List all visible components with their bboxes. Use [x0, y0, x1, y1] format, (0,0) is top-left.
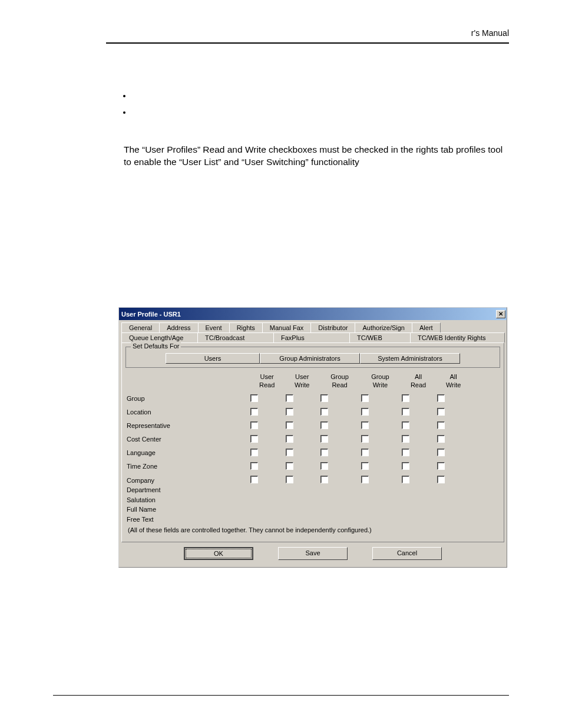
tab-tc-broadcast[interactable]: TC/Broadcast — [197, 332, 274, 342]
checkbox[interactable] — [250, 394, 258, 402]
checkbox[interactable] — [286, 462, 293, 470]
row-label: Time Zone — [125, 460, 249, 473]
ok-button[interactable]: OK — [184, 547, 253, 560]
tab-alert[interactable]: Alert — [412, 322, 441, 332]
checkbox[interactable] — [402, 449, 409, 456]
checkbox[interactable] — [437, 476, 445, 483]
table-row: Cost Center — [125, 433, 500, 446]
group-administrators-button[interactable]: Group Administrators — [260, 353, 360, 364]
checkbox[interactable] — [286, 408, 293, 416]
checkbox[interactable] — [361, 462, 369, 470]
tab-rights[interactable]: Rights — [229, 322, 263, 332]
row-label: Location — [125, 406, 249, 419]
bullet-item — [132, 107, 509, 124]
checkbox[interactable] — [286, 435, 293, 443]
rights-grid: UserRead UserWrite GroupRead GroupWrite … — [125, 370, 500, 526]
tabs-row-1: General Address Event Rights Manual Fax … — [121, 322, 504, 332]
checkbox[interactable] — [320, 394, 328, 402]
tab-authorize-sign[interactable]: Authorize/Sign — [355, 322, 412, 332]
checkbox[interactable] — [286, 476, 293, 483]
checkbox[interactable] — [437, 435, 445, 443]
bullet-item — [132, 91, 509, 107]
checkbox[interactable] — [250, 435, 258, 443]
table-row: Time Zone — [125, 460, 500, 473]
checkbox[interactable] — [402, 462, 409, 470]
table-row: Company Department Salutation Full Name … — [125, 473, 500, 527]
close-icon[interactable]: ✕ — [496, 310, 505, 318]
tab-faxplus[interactable]: FaxPlus — [273, 332, 350, 342]
checkbox[interactable] — [320, 462, 328, 470]
checkbox[interactable] — [402, 408, 409, 416]
checkbox[interactable] — [320, 421, 328, 429]
checkbox[interactable] — [250, 476, 258, 483]
checkbox[interactable] — [437, 449, 445, 456]
col-all-read: AllRead — [401, 370, 436, 392]
col-group-write: GroupWrite — [360, 370, 401, 392]
checkbox[interactable] — [437, 394, 445, 402]
tab-manual-fax[interactable]: Manual Fax — [262, 322, 311, 332]
col-user-read: UserRead — [249, 370, 285, 392]
config-note: (All of these fields are controlled toge… — [125, 526, 500, 536]
checkbox[interactable] — [320, 408, 328, 416]
checkbox[interactable] — [250, 449, 258, 456]
tab-queue-length-age[interactable]: Queue Length/Age — [121, 332, 198, 342]
col-all-write: AllWrite — [436, 370, 471, 392]
tab-panel: Set Defaults For Users Group Administrat… — [121, 342, 504, 542]
table-row: Group — [125, 392, 500, 406]
checkbox[interactable] — [320, 435, 328, 443]
row-label: Group — [125, 392, 249, 406]
header-text: r's Manual — [106, 28, 509, 38]
header-rule — [106, 42, 509, 44]
checkbox[interactable] — [402, 476, 409, 483]
save-button[interactable]: Save — [278, 547, 348, 560]
row-label: Cost Center — [125, 433, 249, 446]
set-defaults-groupbox: Set Defaults For Users Group Administrat… — [125, 347, 500, 368]
tab-event[interactable]: Event — [198, 322, 230, 332]
titlebar: User Profile - USR1 ✕ — [119, 308, 507, 320]
table-row: Location — [125, 406, 500, 419]
cancel-button[interactable]: Cancel — [372, 547, 442, 560]
dialog-title: User Profile - USR1 — [121, 311, 496, 318]
checkbox[interactable] — [286, 394, 293, 402]
note-text: The “User Profiles” Read and Write check… — [124, 144, 509, 169]
tab-distributor[interactable]: Distributor — [310, 322, 355, 332]
checkbox[interactable] — [250, 408, 258, 416]
system-administrators-button[interactable]: System Administrators — [360, 353, 460, 364]
users-button[interactable]: Users — [166, 353, 260, 364]
row-label: Representative — [125, 419, 249, 433]
col-group-read: GroupRead — [319, 370, 360, 392]
multi-row-labels: Company Department Salutation Full Name … — [125, 473, 249, 527]
checkbox[interactable] — [361, 435, 369, 443]
tab-general[interactable]: General — [121, 322, 160, 332]
tab-tcweb[interactable]: TC/WEB — [349, 332, 411, 342]
table-row: Representative — [125, 419, 500, 433]
table-row: Language — [125, 446, 500, 460]
tabs-row-2: Queue Length/Age TC/Broadcast FaxPlus TC… — [121, 332, 504, 342]
user-profile-dialog: User Profile - USR1 ✕ General Address Ev… — [118, 307, 507, 568]
checkbox[interactable] — [320, 449, 328, 456]
checkbox[interactable] — [402, 421, 409, 429]
row-label: Language — [125, 446, 249, 460]
checkbox[interactable] — [437, 408, 445, 416]
checkbox[interactable] — [286, 421, 293, 429]
checkbox[interactable] — [361, 421, 369, 429]
checkbox[interactable] — [361, 394, 369, 402]
checkbox[interactable] — [437, 421, 445, 429]
checkbox[interactable] — [361, 449, 369, 456]
footer-rule — [53, 695, 509, 696]
checkbox[interactable] — [361, 476, 369, 483]
checkbox[interactable] — [402, 435, 409, 443]
checkbox[interactable] — [250, 462, 258, 470]
checkbox[interactable] — [286, 449, 293, 456]
checkbox[interactable] — [320, 476, 328, 483]
tab-address[interactable]: Address — [159, 322, 198, 332]
checkbox[interactable] — [402, 394, 409, 402]
checkbox[interactable] — [250, 421, 258, 429]
groupbox-label: Set Defaults For — [131, 342, 181, 350]
checkbox[interactable] — [361, 408, 369, 416]
tab-tcweb-identity-rights[interactable]: TC/WEB Identity Rights — [410, 332, 505, 342]
col-user-write: UserWrite — [285, 370, 319, 392]
checkbox[interactable] — [437, 462, 445, 470]
